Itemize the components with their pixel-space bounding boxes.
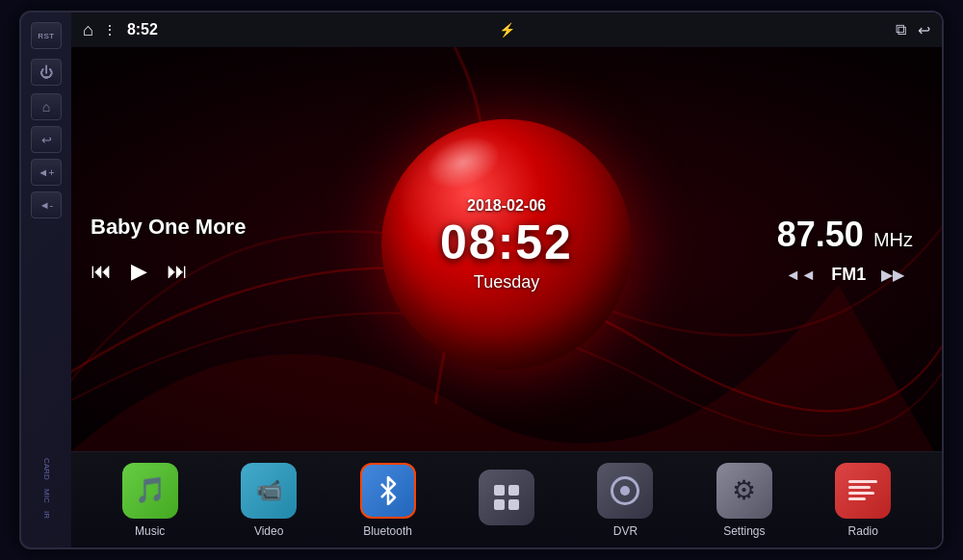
usb-icon: ⚡ bbox=[499, 22, 515, 38]
fm-prev-button[interactable]: ◄◄ bbox=[786, 266, 817, 283]
app-item-apps[interactable] bbox=[479, 470, 534, 531]
card-label: CARD bbox=[42, 458, 51, 480]
settings-app-icon: ⚙ bbox=[716, 463, 772, 519]
music-controls: ⏮ ▶ ⏭ bbox=[91, 259, 246, 284]
radio-app-label: Radio bbox=[848, 524, 878, 538]
prev-track-button[interactable]: ⏮ bbox=[91, 259, 112, 284]
clock-day: Tuesday bbox=[474, 271, 539, 292]
mic-label: MIC bbox=[42, 489, 51, 503]
bluetooth-app-icon bbox=[360, 463, 416, 519]
statusbar-back-icon[interactable]: ↩ bbox=[918, 21, 930, 39]
app-item-dvr[interactable]: DVR bbox=[597, 463, 653, 538]
bluetooth-app-label: Bluetooth bbox=[363, 524, 412, 538]
home-icon: ⌂ bbox=[42, 99, 50, 115]
music-info: Baby One More ⏮ ▶ ⏭ bbox=[91, 215, 246, 284]
app-item-bluetooth[interactable]: Bluetooth bbox=[360, 463, 416, 538]
power-button[interactable]: ⏻ bbox=[31, 59, 62, 86]
rst-button[interactable]: RST bbox=[31, 22, 62, 49]
status-right-icons: ⧉ ↩ bbox=[896, 21, 930, 39]
side-panel: RST ⏻ ⌂ ↩ ◄+ ◄- CARD MIC IR bbox=[21, 13, 71, 547]
music-title: Baby One More bbox=[91, 215, 246, 240]
settings-app-label: Settings bbox=[723, 524, 765, 538]
dvr-circle-icon bbox=[611, 476, 639, 505]
app-item-radio[interactable]: Radio bbox=[835, 463, 891, 538]
fm-controls: ◄◄ FM1 ▶▶ bbox=[777, 265, 913, 285]
ir-label: IR bbox=[42, 511, 51, 519]
status-time: 8:52 bbox=[127, 21, 158, 38]
video-app-label: Video bbox=[254, 524, 283, 538]
music-app-label: Music bbox=[135, 524, 165, 538]
frequency-display: 87.50 MHz bbox=[777, 215, 913, 255]
apps-app-icon bbox=[479, 470, 534, 525]
next-track-button[interactable]: ⏭ bbox=[167, 259, 188, 284]
gear-icon: ⚙ bbox=[732, 474, 756, 506]
home-button[interactable]: ⌂ bbox=[31, 93, 62, 120]
video-app-icon: 📹 bbox=[241, 463, 297, 519]
dvr-app-label: DVR bbox=[613, 524, 638, 538]
app-item-music[interactable]: 🎵 Music bbox=[122, 463, 178, 538]
main-screen: ⌂ ⋮ 8:52 ⚡ ⧉ ↩ bbox=[71, 13, 942, 547]
side-labels: CARD MIC IR bbox=[21, 458, 71, 519]
clock-time: 08:52 bbox=[440, 217, 573, 266]
bluetooth-symbol bbox=[374, 476, 403, 505]
radio-app-icon bbox=[835, 463, 891, 519]
play-button[interactable]: ▶ bbox=[131, 259, 147, 284]
back-button[interactable]: ↩ bbox=[31, 126, 62, 153]
grid-icon bbox=[494, 485, 519, 510]
vol-down-icon: ◄- bbox=[39, 199, 54, 211]
app-item-video[interactable]: 📹 Video bbox=[241, 463, 297, 538]
app-dock: 🎵 Music 📹 Video Bluetooth bbox=[71, 451, 942, 547]
music-icon: 🎵 bbox=[135, 475, 166, 505]
radio-info: 87.50 MHz ◄◄ FM1 ▶▶ bbox=[777, 215, 913, 285]
video-icon: 📹 bbox=[256, 478, 282, 503]
back-icon: ↩ bbox=[41, 133, 52, 147]
main-content-area: 2018-02-06 08:52 Tuesday Baby One More ⏮… bbox=[71, 47, 942, 451]
vol-up-button[interactable]: ◄+ bbox=[31, 159, 62, 186]
car-stereo-device: RST ⏻ ⌂ ↩ ◄+ ◄- CARD MIC IR ⌂ ⋮ 8:52 ⚡ bbox=[19, 11, 944, 549]
vol-down-button[interactable]: ◄- bbox=[31, 191, 62, 218]
power-icon: ⏻ bbox=[39, 64, 53, 80]
statusbar-home-icon[interactable]: ⌂ bbox=[83, 20, 93, 40]
radio-visual-icon bbox=[848, 480, 877, 500]
clock-date: 2018-02-06 bbox=[467, 196, 546, 214]
dvr-inner-icon bbox=[620, 486, 630, 496]
fm-band-label: FM1 bbox=[831, 265, 866, 285]
fm-next-button[interactable]: ▶▶ bbox=[881, 266, 904, 284]
app-item-settings[interactable]: ⚙ Settings bbox=[716, 463, 772, 538]
frequency-unit: MHz bbox=[873, 229, 913, 250]
vol-up-icon: ◄+ bbox=[38, 166, 54, 178]
copy-icon[interactable]: ⧉ bbox=[896, 21, 906, 38]
menu-dots-icon[interactable]: ⋮ bbox=[103, 22, 117, 38]
frequency-value: 87.50 bbox=[777, 215, 864, 254]
status-bar: ⌂ ⋮ 8:52 ⚡ ⧉ ↩ bbox=[71, 13, 942, 47]
clock-display: 2018-02-06 08:52 Tuesday bbox=[381, 119, 632, 369]
dvr-app-icon bbox=[597, 463, 653, 519]
music-app-icon: 🎵 bbox=[122, 463, 178, 519]
